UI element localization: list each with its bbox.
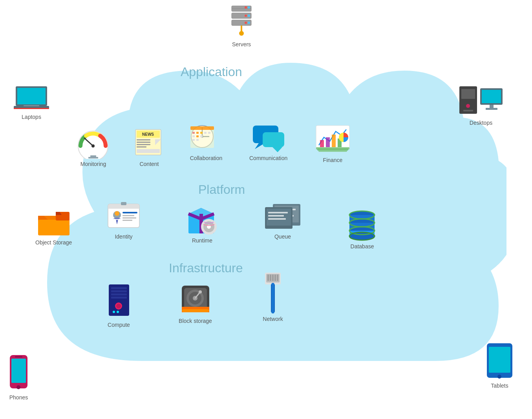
svg-point-8	[245, 15, 247, 17]
svg-rect-61	[196, 135, 199, 137]
runtime-label: Runtime	[192, 237, 212, 244]
svg-rect-67	[263, 132, 284, 147]
identity-icon-item: Identity	[106, 200, 141, 240]
queue-icon-item: Queue	[263, 200, 302, 240]
svg-point-126	[117, 311, 119, 313]
svg-rect-46	[137, 144, 150, 145]
compute-label: Compute	[108, 322, 130, 328]
svg-rect-121	[111, 293, 127, 295]
svg-rect-57	[200, 132, 203, 134]
phones-label: Phones	[9, 394, 28, 401]
svg-point-133	[199, 290, 202, 293]
database-label: Database	[351, 243, 374, 250]
object-storage-icon-item: Object Storage	[35, 208, 72, 246]
svg-rect-58	[204, 132, 207, 134]
svg-rect-38	[88, 157, 98, 158]
desktops-label: Desktops	[470, 120, 492, 126]
svg-rect-88	[122, 215, 134, 216]
svg-rect-83	[108, 206, 139, 209]
svg-rect-106	[268, 218, 286, 220]
block-storage-label: Block storage	[179, 318, 212, 324]
content-icon-item: NEWS Content	[133, 126, 165, 167]
svg-rect-27	[486, 108, 497, 110]
phones-icon-item: Phones	[8, 353, 29, 401]
svg-rect-120	[111, 290, 127, 292]
svg-point-34	[497, 375, 501, 379]
svg-rect-139	[270, 275, 271, 281]
svg-rect-44	[137, 139, 150, 140]
identity-label: Identity	[115, 233, 132, 240]
svg-point-4	[245, 6, 247, 9]
svg-rect-54	[190, 126, 214, 130]
servers-icon-item: Servers	[228, 4, 255, 47]
svg-point-14	[239, 31, 244, 36]
laptops-label: Laptops	[22, 114, 41, 120]
svg-rect-47	[137, 146, 146, 148]
svg-point-125	[113, 311, 115, 313]
svg-rect-19	[14, 108, 49, 109]
svg-rect-60	[192, 135, 195, 137]
block-storage-icon-item: Block storage	[179, 282, 212, 324]
svg-point-86	[115, 211, 119, 216]
servers-label: Servers	[232, 41, 251, 47]
queue-label: Queue	[274, 233, 291, 240]
svg-rect-64	[196, 139, 199, 141]
svg-marker-68	[272, 147, 282, 152]
svg-rect-59	[208, 132, 210, 134]
svg-rect-63	[192, 139, 195, 141]
svg-rect-55	[192, 132, 195, 134]
svg-rect-23	[463, 110, 473, 111]
collaboration-label: Collaboration	[190, 155, 223, 161]
svg-rect-90	[122, 220, 132, 221]
svg-rect-89	[122, 217, 136, 219]
svg-point-37	[91, 144, 95, 148]
svg-rect-140	[272, 275, 274, 281]
svg-rect-103	[267, 209, 291, 226]
network-icon-item: Network	[259, 271, 287, 322]
svg-rect-45	[137, 142, 150, 143]
database-icon-item: Database	[346, 208, 379, 250]
svg-rect-29	[11, 359, 26, 383]
svg-point-12	[245, 22, 247, 24]
laptops-icon-item: Laptops	[12, 84, 51, 120]
svg-rect-87	[122, 212, 137, 213]
svg-rect-31	[15, 356, 22, 357]
svg-rect-56	[196, 132, 199, 134]
svg-text:NEWS: NEWS	[142, 132, 154, 137]
svg-rect-21	[461, 89, 475, 99]
svg-rect-62	[200, 135, 203, 137]
svg-rect-104	[268, 212, 288, 213]
svg-rect-18	[24, 105, 39, 106]
runtime-icon-item: Runtime	[185, 200, 220, 244]
svg-rect-135	[182, 309, 209, 312]
svg-rect-138	[267, 275, 269, 281]
svg-rect-16	[17, 88, 46, 104]
svg-rect-105	[268, 215, 284, 217]
svg-rect-84	[121, 202, 126, 205]
svg-rect-48	[137, 149, 160, 153]
compute-icon-item: Compute	[104, 282, 133, 328]
svg-rect-79	[38, 220, 69, 235]
svg-point-30	[16, 385, 20, 389]
desktops-icon-item: Desktops	[457, 84, 505, 126]
svg-rect-122	[111, 297, 127, 299]
svg-point-7	[248, 15, 250, 17]
svg-point-3	[248, 6, 250, 9]
svg-point-22	[466, 104, 470, 108]
network-label: Network	[263, 316, 283, 322]
finance-icon-item: Finance	[314, 124, 351, 163]
svg-rect-25	[482, 90, 501, 103]
svg-rect-33	[489, 347, 510, 373]
tablets-label: Tablets	[491, 383, 508, 389]
monitoring-label: Monitoring	[80, 161, 106, 167]
monitoring-icon-item: Monitoring	[77, 129, 110, 167]
svg-rect-119	[111, 287, 127, 289]
svg-rect-26	[490, 105, 494, 108]
svg-rect-72	[332, 135, 336, 147]
svg-rect-39	[90, 155, 96, 157]
svg-point-11	[248, 22, 250, 24]
communication-label: Communication	[249, 155, 287, 161]
svg-rect-141	[274, 275, 276, 281]
svg-point-124	[116, 304, 121, 308]
finance-label: Finance	[323, 157, 343, 163]
